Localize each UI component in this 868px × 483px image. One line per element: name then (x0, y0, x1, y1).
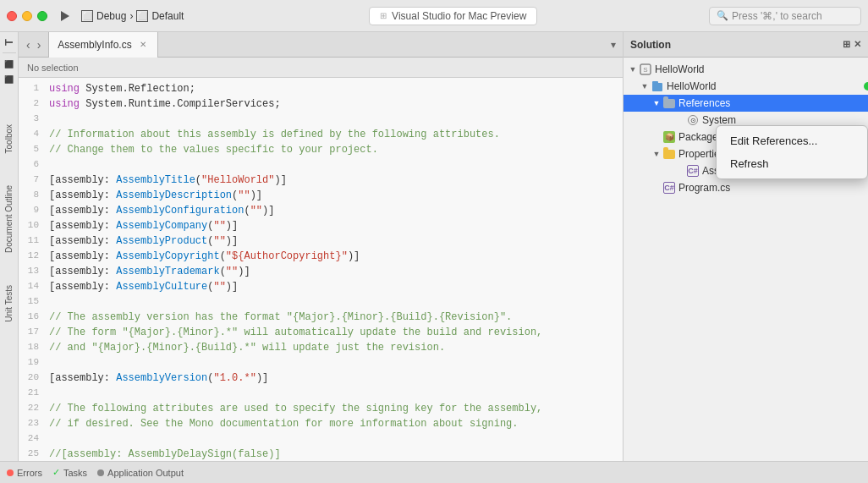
tree-label-program: Program.cs (678, 182, 730, 194)
nav-arrows: ‹ › (19, 36, 48, 53)
line-num-1: 1 (19, 81, 46, 96)
close-button[interactable] (7, 11, 17, 21)
tab-label: AssemblyInfo.cs (58, 39, 131, 51)
tree-item-helloworld-proj[interactable]: ▼ HelloWorld (624, 78, 868, 95)
errors-item[interactable]: Errors (7, 468, 42, 478)
solution-header-actions: ⊞ ✕ (843, 39, 861, 50)
search-bar[interactable]: 🔍 Press '⌘,' to search (709, 7, 861, 25)
line-num-5: 5 (19, 142, 46, 157)
tab-close-button[interactable]: ✕ (137, 39, 149, 51)
toolbox-label[interactable]: Toolbox (4, 121, 14, 156)
line-num-16: 16 (19, 310, 46, 325)
leaf-icon-assemblyinfo: ▶ (674, 165, 686, 177)
errors-icon (7, 469, 14, 476)
code-line-8: 8 [assembly: AssemblyDescription("")] (19, 188, 623, 203)
toolbox-icon[interactable]: T (3, 36, 15, 49)
tasks-item[interactable]: ✓ Tasks (52, 467, 87, 478)
no-selection-bar: No selection (19, 58, 623, 78)
line-content-11: [assembly: AssemblyProduct("")] (46, 233, 623, 249)
expand-icon-refs: ▼ (651, 97, 662, 109)
toolbar-item-2[interactable]: ⬛ (1, 72, 18, 87)
tree-label-helloworld-proj: HelloWorld (667, 80, 716, 92)
play-icon (61, 11, 69, 21)
debug-arrow: › (129, 10, 133, 22)
line-num-13: 13 (19, 264, 46, 279)
line-content-19 (46, 355, 623, 370)
solution-title: Solution (630, 39, 671, 51)
line-content-13: [assembly: AssemblyTrademark("")] (46, 264, 623, 279)
code-line-1: 1 using System.Reflection; (19, 81, 623, 96)
tab-assemblyinfo[interactable]: AssemblyInfo.cs ✕ (48, 32, 157, 58)
solution-panel: Solution ⊞ ✕ ▼ S HelloWorld ▼ (623, 32, 868, 461)
tree-item-program[interactable]: ▶ C# Program.cs (624, 179, 868, 196)
context-menu-edit-references[interactable]: Edit References... (717, 129, 867, 152)
cs-icon-program: C# (662, 181, 676, 195)
line-num-2: 2 (19, 96, 46, 112)
line-num-9: 9 (19, 203, 46, 218)
tree-item-references[interactable]: ▼ References (624, 95, 868, 112)
editor-container: ‹ › AssemblyInfo.cs ✕ ▾ No selection 1 u… (19, 32, 623, 461)
tree-label-system: System (702, 114, 736, 126)
tree-label-helloworld-root: HelloWorld (655, 63, 704, 75)
line-num-11: 11 (19, 233, 46, 249)
unit-tests-label[interactable]: Unit Tests (4, 282, 14, 326)
line-content-9: [assembly: AssemblyConfiguration("")] (46, 203, 623, 218)
line-content-17: // The form "{Major}.{Minor}.*" will aut… (46, 325, 623, 340)
run-button[interactable] (56, 7, 74, 25)
references-icon (662, 96, 676, 110)
solution-icon: S (639, 63, 652, 76)
properties-icon (662, 147, 676, 161)
solution-action-1[interactable]: ⊞ (843, 39, 850, 50)
config-icon: ⬜ (136, 10, 148, 22)
tree-item-helloworld-root[interactable]: ▼ S HelloWorld (624, 61, 868, 78)
context-menu-refresh[interactable]: Refresh (717, 152, 867, 175)
code-line-3: 3 (19, 112, 623, 127)
code-line-13: 13 [assembly: AssemblyTrademark("")] (19, 264, 623, 279)
refresh-label: Refresh (730, 157, 769, 170)
document-outline-label[interactable]: Document Outline (4, 182, 14, 256)
errors-label: Errors (17, 468, 42, 478)
line-num-15: 15 (19, 294, 46, 310)
code-line-14: 14 [assembly: AssemblyCulture("")] (19, 279, 623, 294)
solution-action-2[interactable]: ✕ (854, 39, 861, 50)
minimize-button[interactable] (22, 11, 32, 21)
leaf-icon-program: ▶ (651, 182, 662, 194)
forward-arrow[interactable]: › (35, 36, 44, 53)
cs-icon-assemblyinfo: C# (686, 164, 700, 178)
left-toolbar: T ⬛ ⬛ Toolbox Document Outline Unit Test… (0, 32, 19, 461)
debug-label: Debug (96, 10, 126, 22)
line-content-2: using System.Runtime.CompilerServices; (46, 96, 623, 112)
svg-rect-3 (652, 81, 658, 84)
expand-icon-props: ▼ (651, 148, 662, 160)
code-line-2: 2 using System.Runtime.CompilerServices; (19, 96, 623, 112)
bottom-bar: Errors ✓ Tasks Application Output (0, 461, 868, 483)
app-title-text: Visual Studio for Mac Preview (392, 10, 526, 22)
line-content-15 (46, 294, 623, 310)
expand-icon-system: ▶ (674, 114, 686, 126)
line-content-14: [assembly: AssemblyCulture("")] (46, 279, 623, 294)
line-num-20: 20 (19, 370, 46, 386)
line-content-22: // The following attributes are used to … (46, 401, 623, 416)
back-arrow[interactable]: ‹ (24, 36, 33, 53)
line-content-5: // Change them to the values specific to… (46, 142, 623, 157)
svg-text:S: S (643, 66, 647, 74)
toolbar-item-1[interactable]: ⬛ (1, 57, 18, 72)
debug-selector[interactable]: ⬜ Debug › ⬜ Default (81, 10, 184, 22)
search-placeholder: Press '⌘,' to search (732, 10, 822, 22)
line-content-23: // if desired. See the Mono documentatio… (46, 416, 623, 431)
code-line-6: 6 (19, 157, 623, 173)
line-num-18: 18 (19, 340, 46, 355)
app-output-label: Application Output (107, 468, 184, 478)
line-content-24 (46, 431, 623, 447)
expand-icon-packages: ▶ (651, 131, 662, 143)
solution-tree: ▼ S HelloWorld ▼ HelloWorld ▼ (624, 58, 868, 461)
code-line-7: 7 [assembly: AssemblyTitle("HelloWorld")… (19, 173, 623, 188)
code-editor[interactable]: 1 using System.Reflection; 2 using Syste… (19, 78, 623, 461)
app-output-item[interactable]: Application Output (97, 468, 184, 478)
tab-dropdown[interactable]: ▾ (604, 39, 623, 51)
debug-icon: ⬜ (81, 10, 93, 22)
maximize-button[interactable] (37, 11, 47, 21)
line-content-6 (46, 157, 623, 173)
code-line-22: 22 // The following attributes are used … (19, 401, 623, 416)
line-content-10: [assembly: AssemblyCompany("")] (46, 218, 623, 233)
